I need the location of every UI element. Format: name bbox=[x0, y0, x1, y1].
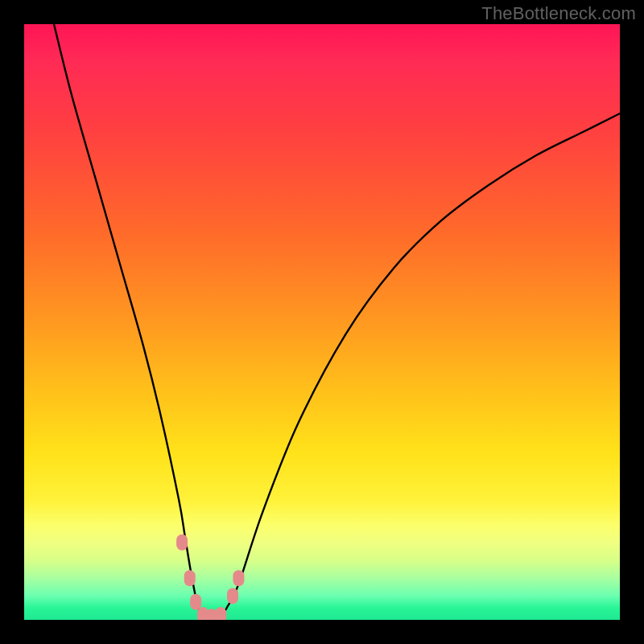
highlight-dot bbox=[227, 588, 238, 604]
plot-area bbox=[24, 24, 620, 620]
highlight-dots bbox=[176, 535, 244, 620]
highlight-dot bbox=[176, 535, 188, 551]
highlight-dot bbox=[184, 570, 196, 586]
bottleneck-curve bbox=[54, 24, 620, 619]
watermark-text: TheBottleneck.com bbox=[481, 3, 636, 24]
highlight-dot bbox=[190, 594, 201, 610]
highlight-dot bbox=[215, 607, 226, 620]
curve-layer bbox=[24, 24, 620, 620]
highlight-dot bbox=[233, 570, 244, 586]
chart-frame: TheBottleneck.com bbox=[0, 0, 644, 644]
